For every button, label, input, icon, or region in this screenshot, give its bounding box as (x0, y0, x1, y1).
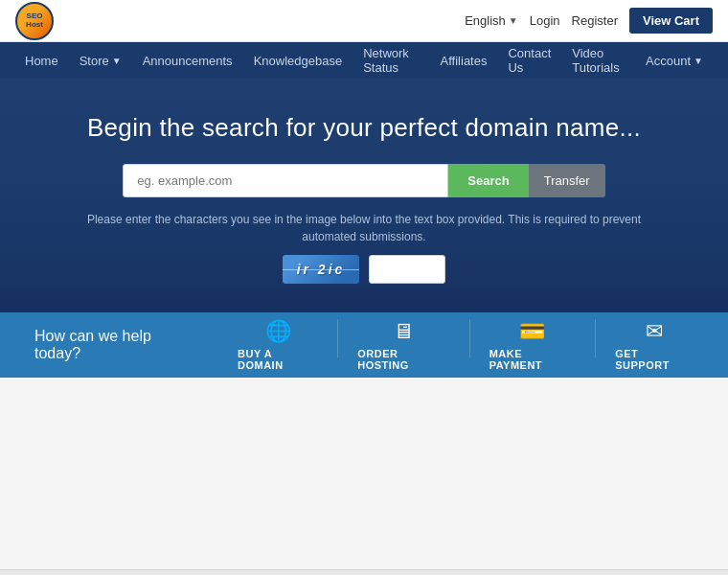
nav-account[interactable]: Account ▼ (636, 42, 713, 79)
help-buy-domain[interactable]: 🌐 BUY A DOMAIN (218, 319, 337, 371)
account-arrow-icon: ▼ (694, 56, 703, 66)
store-arrow-icon: ▼ (112, 56, 122, 66)
logo-area: SEO Host (15, 2, 54, 40)
domain-search-box: Search Transfer (19, 164, 709, 197)
language-arrow-icon: ▼ (509, 15, 518, 26)
login-link[interactable]: Login (530, 13, 560, 28)
nav-left: Home Store ▼ Announcements Knowledgebase… (15, 42, 636, 79)
nav-bar: Home Store ▼ Announcements Knowledgebase… (0, 42, 728, 79)
server-icon: 🖥 (393, 319, 414, 344)
footer: Copyright © 2019 SEOhost. All Rights Res… (0, 569, 728, 575)
help-actions: 🌐 BUY A DOMAIN 🖥 ORDER HOSTING 💳 MAKE PA… (218, 319, 713, 371)
nav-store[interactable]: Store ▼ (70, 42, 131, 79)
captcha-input[interactable] (369, 255, 445, 284)
main-content (0, 378, 728, 569)
get-support-label: GET SUPPORT (615, 348, 694, 371)
top-right-area: English ▼ Login Register View Cart (465, 8, 713, 34)
hero-title: Begin the search for your perfect domain… (19, 113, 709, 143)
domain-search-input[interactable] (123, 164, 448, 197)
help-question: How can we help today? (15, 328, 218, 362)
nav-contact-us[interactable]: Contact Us (498, 42, 560, 79)
captcha-notice: Please enter the characters you see in t… (19, 211, 709, 245)
help-bar: How can we help today? 🌐 BUY A DOMAIN 🖥 … (0, 312, 728, 378)
logo: SEO Host (15, 2, 54, 40)
globe-icon: 🌐 (265, 319, 291, 344)
nav-affiliates[interactable]: Affiliates (431, 42, 497, 79)
search-button[interactable]: Search (448, 164, 528, 197)
nav-home[interactable]: Home (15, 42, 68, 79)
nav-network-status[interactable]: Network Status (353, 42, 428, 79)
register-link[interactable]: Register (572, 13, 618, 28)
transfer-button[interactable]: Transfer (529, 164, 605, 197)
help-order-hosting[interactable]: 🖥 ORDER HOSTING (338, 319, 468, 371)
nav-right: Account ▼ (636, 42, 713, 79)
buy-domain-label: BUY A DOMAIN (238, 348, 318, 371)
top-bar: SEO Host English ▼ Login Register View C… (0, 0, 728, 42)
nav-video-tutorials[interactable]: Video Tutorials (562, 42, 636, 79)
envelope-icon: ✉ (646, 319, 663, 344)
captcha-row: ir 2ic (19, 255, 709, 284)
help-get-support[interactable]: ✉ GET SUPPORT (596, 319, 713, 371)
nav-announcements[interactable]: Announcements (133, 42, 242, 79)
payment-icon: 💳 (519, 319, 545, 344)
hero-section: Begin the search for your perfect domain… (0, 79, 728, 312)
view-cart-button[interactable]: View Cart (629, 8, 713, 34)
help-make-payment[interactable]: 💳 MAKE PAYMENT (470, 319, 596, 371)
make-payment-label: MAKE PAYMENT (489, 348, 577, 371)
language-selector[interactable]: English ▼ (465, 13, 518, 28)
captcha-image: ir 2ic (283, 255, 359, 284)
nav-knowledgebase[interactable]: Knowledgebase (244, 42, 353, 79)
order-hosting-label: ORDER HOSTING (357, 348, 449, 371)
